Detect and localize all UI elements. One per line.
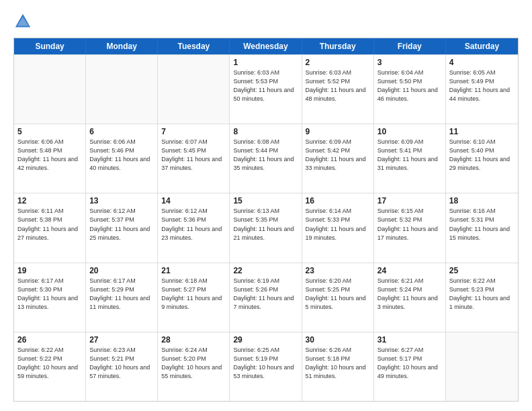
day-cell-1: 1Sunrise: 6:03 AM Sunset: 5:53 PM Daylig… bbox=[230, 55, 302, 124]
day-number: 23 bbox=[306, 266, 370, 275]
day-number: 25 bbox=[449, 266, 515, 275]
day-number: 14 bbox=[161, 196, 226, 205]
day-cell-28: 28Sunrise: 6:24 AM Sunset: 5:20 PM Dayli… bbox=[158, 332, 230, 401]
day-number: 2 bbox=[306, 58, 370, 67]
empty-cell-0-0 bbox=[14, 55, 86, 124]
day-number: 20 bbox=[89, 266, 154, 275]
day-detail: Sunrise: 6:21 AM Sunset: 5:24 PM Dayligh… bbox=[378, 277, 442, 312]
day-number: 11 bbox=[449, 127, 515, 136]
calendar: SundayMondayTuesdayWednesdayThursdayFrid… bbox=[13, 38, 519, 402]
day-number: 28 bbox=[161, 335, 226, 345]
logo bbox=[13, 12, 35, 31]
day-number: 9 bbox=[306, 127, 370, 136]
day-cell-8: 8Sunrise: 6:08 AM Sunset: 5:44 PM Daylig… bbox=[230, 124, 302, 193]
day-detail: Sunrise: 6:05 AM Sunset: 5:49 PM Dayligh… bbox=[449, 68, 515, 103]
day-number: 16 bbox=[306, 196, 370, 205]
day-number: 27 bbox=[89, 335, 154, 345]
day-detail: Sunrise: 6:14 AM Sunset: 5:33 PM Dayligh… bbox=[306, 207, 370, 242]
day-detail: Sunrise: 6:06 AM Sunset: 5:48 PM Dayligh… bbox=[17, 138, 82, 173]
day-cell-6: 6Sunrise: 6:06 AM Sunset: 5:46 PM Daylig… bbox=[86, 124, 158, 193]
day-cell-4: 4Sunrise: 6:05 AM Sunset: 5:49 PM Daylig… bbox=[446, 55, 518, 124]
day-number: 6 bbox=[89, 127, 154, 136]
day-detail: Sunrise: 6:10 AM Sunset: 5:40 PM Dayligh… bbox=[449, 138, 515, 173]
day-detail: Sunrise: 6:03 AM Sunset: 5:53 PM Dayligh… bbox=[233, 68, 298, 103]
weekday-header-monday: Monday bbox=[86, 38, 158, 54]
day-cell-2: 2Sunrise: 6:03 AM Sunset: 5:52 PM Daylig… bbox=[302, 55, 374, 124]
day-cell-29: 29Sunrise: 6:25 AM Sunset: 5:19 PM Dayli… bbox=[230, 332, 302, 401]
calendar-row-1: 5Sunrise: 6:06 AM Sunset: 5:48 PM Daylig… bbox=[14, 124, 518, 193]
calendar-row-0: 1Sunrise: 6:03 AM Sunset: 5:53 PM Daylig… bbox=[14, 54, 518, 124]
day-detail: Sunrise: 6:22 AM Sunset: 5:23 PM Dayligh… bbox=[449, 277, 515, 312]
day-number: 4 bbox=[449, 58, 515, 67]
day-cell-25: 25Sunrise: 6:22 AM Sunset: 5:23 PM Dayli… bbox=[446, 263, 518, 332]
day-number: 8 bbox=[233, 127, 298, 136]
day-number: 19 bbox=[17, 266, 82, 275]
day-cell-7: 7Sunrise: 6:07 AM Sunset: 5:45 PM Daylig… bbox=[158, 124, 230, 193]
day-detail: Sunrise: 6:17 AM Sunset: 5:30 PM Dayligh… bbox=[17, 277, 82, 312]
day-detail: Sunrise: 6:09 AM Sunset: 5:41 PM Dayligh… bbox=[378, 138, 442, 173]
day-number: 30 bbox=[306, 335, 370, 345]
calendar-row-4: 26Sunrise: 6:22 AM Sunset: 5:22 PM Dayli… bbox=[14, 332, 518, 401]
day-number: 18 bbox=[449, 196, 515, 205]
weekday-header-saturday: Saturday bbox=[446, 38, 518, 54]
day-cell-3: 3Sunrise: 6:04 AM Sunset: 5:50 PM Daylig… bbox=[374, 55, 446, 124]
day-cell-21: 21Sunrise: 6:18 AM Sunset: 5:27 PM Dayli… bbox=[158, 263, 230, 332]
day-number: 10 bbox=[378, 127, 442, 136]
day-number: 7 bbox=[161, 127, 226, 136]
day-cell-30: 30Sunrise: 6:26 AM Sunset: 5:18 PM Dayli… bbox=[302, 332, 374, 401]
day-detail: Sunrise: 6:04 AM Sunset: 5:50 PM Dayligh… bbox=[378, 68, 442, 103]
day-detail: Sunrise: 6:03 AM Sunset: 5:52 PM Dayligh… bbox=[306, 68, 370, 103]
day-cell-17: 17Sunrise: 6:15 AM Sunset: 5:32 PM Dayli… bbox=[374, 193, 446, 262]
day-detail: Sunrise: 6:20 AM Sunset: 5:25 PM Dayligh… bbox=[306, 277, 370, 312]
day-detail: Sunrise: 6:18 AM Sunset: 5:27 PM Dayligh… bbox=[161, 277, 226, 312]
day-number: 12 bbox=[17, 196, 82, 205]
empty-cell-0-2 bbox=[158, 55, 230, 124]
day-cell-23: 23Sunrise: 6:20 AM Sunset: 5:25 PM Dayli… bbox=[302, 263, 374, 332]
day-cell-14: 14Sunrise: 6:12 AM Sunset: 5:36 PM Dayli… bbox=[158, 193, 230, 262]
day-number: 1 bbox=[233, 58, 298, 67]
day-detail: Sunrise: 6:07 AM Sunset: 5:45 PM Dayligh… bbox=[161, 138, 226, 173]
day-cell-24: 24Sunrise: 6:21 AM Sunset: 5:24 PM Dayli… bbox=[374, 263, 446, 332]
calendar-body: 1Sunrise: 6:03 AM Sunset: 5:53 PM Daylig… bbox=[14, 54, 518, 401]
day-number: 26 bbox=[17, 335, 82, 345]
day-cell-19: 19Sunrise: 6:17 AM Sunset: 5:30 PM Dayli… bbox=[14, 263, 86, 332]
day-detail: Sunrise: 6:15 AM Sunset: 5:32 PM Dayligh… bbox=[378, 207, 442, 242]
day-number: 29 bbox=[233, 335, 298, 345]
weekday-header-wednesday: Wednesday bbox=[230, 38, 302, 54]
day-cell-11: 11Sunrise: 6:10 AM Sunset: 5:40 PM Dayli… bbox=[446, 124, 518, 193]
page-header bbox=[13, 12, 519, 31]
day-cell-22: 22Sunrise: 6:19 AM Sunset: 5:26 PM Dayli… bbox=[230, 263, 302, 332]
day-number: 24 bbox=[378, 266, 442, 275]
day-cell-16: 16Sunrise: 6:14 AM Sunset: 5:33 PM Dayli… bbox=[302, 193, 374, 262]
day-detail: Sunrise: 6:08 AM Sunset: 5:44 PM Dayligh… bbox=[233, 138, 298, 173]
day-cell-15: 15Sunrise: 6:13 AM Sunset: 5:35 PM Dayli… bbox=[230, 193, 302, 262]
weekday-header-sunday: Sunday bbox=[14, 38, 86, 54]
day-cell-31: 31Sunrise: 6:27 AM Sunset: 5:17 PM Dayli… bbox=[374, 332, 446, 401]
day-number: 22 bbox=[233, 266, 298, 275]
day-detail: Sunrise: 6:26 AM Sunset: 5:18 PM Dayligh… bbox=[306, 346, 370, 381]
day-cell-13: 13Sunrise: 6:12 AM Sunset: 5:37 PM Dayli… bbox=[86, 193, 158, 262]
day-detail: Sunrise: 6:19 AM Sunset: 5:26 PM Dayligh… bbox=[233, 277, 298, 312]
weekday-header-thursday: Thursday bbox=[302, 38, 374, 54]
calendar-header: SundayMondayTuesdayWednesdayThursdayFrid… bbox=[14, 38, 518, 54]
day-detail: Sunrise: 6:16 AM Sunset: 5:31 PM Dayligh… bbox=[449, 207, 515, 242]
day-number: 15 bbox=[233, 196, 298, 205]
day-number: 3 bbox=[378, 58, 442, 67]
day-detail: Sunrise: 6:13 AM Sunset: 5:35 PM Dayligh… bbox=[233, 207, 298, 242]
empty-cell-4-6 bbox=[446, 332, 518, 401]
day-cell-9: 9Sunrise: 6:09 AM Sunset: 5:42 PM Daylig… bbox=[302, 124, 374, 193]
day-detail: Sunrise: 6:12 AM Sunset: 5:37 PM Dayligh… bbox=[89, 207, 154, 242]
day-detail: Sunrise: 6:17 AM Sunset: 5:29 PM Dayligh… bbox=[89, 277, 154, 312]
day-number: 17 bbox=[378, 196, 442, 205]
day-number: 5 bbox=[17, 127, 82, 136]
day-cell-12: 12Sunrise: 6:11 AM Sunset: 5:38 PM Dayli… bbox=[14, 193, 86, 262]
day-cell-18: 18Sunrise: 6:16 AM Sunset: 5:31 PM Dayli… bbox=[446, 193, 518, 262]
day-detail: Sunrise: 6:24 AM Sunset: 5:20 PM Dayligh… bbox=[161, 346, 226, 381]
day-number: 13 bbox=[89, 196, 154, 205]
day-cell-26: 26Sunrise: 6:22 AM Sunset: 5:22 PM Dayli… bbox=[14, 332, 86, 401]
day-detail: Sunrise: 6:22 AM Sunset: 5:22 PM Dayligh… bbox=[17, 346, 82, 381]
day-number: 31 bbox=[378, 335, 442, 345]
weekday-header-tuesday: Tuesday bbox=[158, 38, 230, 54]
day-cell-5: 5Sunrise: 6:06 AM Sunset: 5:48 PM Daylig… bbox=[14, 124, 86, 193]
day-detail: Sunrise: 6:27 AM Sunset: 5:17 PM Dayligh… bbox=[378, 346, 442, 381]
